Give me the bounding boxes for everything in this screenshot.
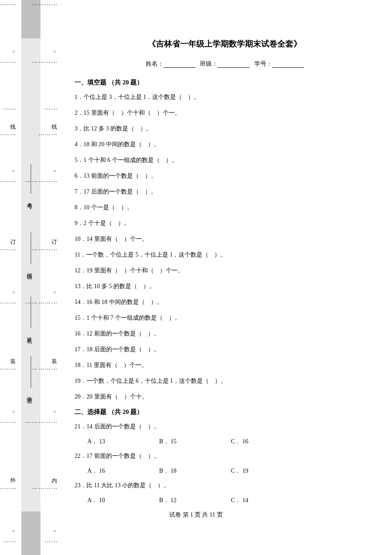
id-label: 学号： [254, 61, 272, 67]
q23-c[interactable]: C． 14 [231, 497, 301, 504]
q9: 9．2 个十是（ ）。 [75, 219, 375, 228]
q10: 10．14 里面有（ ）个一。 [75, 234, 375, 243]
q14: 14．16 和 18 中间的数是（ ）。 [75, 298, 375, 306]
content-area: 《吉林省一年级上学期数学期末试卷全套》 姓名： 班级： 学号： 一、填空题 （共… [75, 38, 375, 510]
label-class: 班级: [26, 269, 33, 279]
q21-a[interactable]: A． 13 [87, 438, 158, 445]
q21-opts: A． 13 B． 15 C． 16 [75, 438, 375, 445]
label-school: 学校: [26, 392, 33, 402]
q21-b[interactable]: B． 15 [159, 438, 230, 445]
q21-c[interactable]: C． 16 [231, 438, 301, 445]
q12: 12．19 里面有（ ）个十和（ ）个一。 [75, 266, 375, 275]
class-input[interactable] [218, 62, 250, 68]
q23-opts: A． 10 B． 12 C． 14 [75, 497, 375, 504]
q20: 20．20 里面有（ ）个十。 [75, 392, 375, 401]
q2: 2．15 里面有（ ）个十和（ ）个一。 [75, 108, 375, 117]
q23-b[interactable]: B． 12 [159, 497, 230, 504]
q4: 4．18 和 20 中间的数是（ ）。 [75, 140, 375, 149]
q22-a[interactable]: A． 16 [87, 467, 158, 475]
q5: 5．1 个十和 6 个一组成的数是（ ）。 [75, 156, 375, 165]
q22-b[interactable]: B． 18 [159, 467, 230, 475]
q7: 7．17 后面的一个数是（ ）。 [75, 187, 375, 196]
side-outer-strip: ⋮⋮⋮⋮ ○ ⋮⋮⋮⋮ ⋮⋮ 线 ⋮⋮⋮ ○ ⋮⋮⋮⋮⋮ 订 ⋮⋮⋮⋮ ○ ⋮⋮… [8, 0, 16, 555]
q22-c[interactable]: C． 19 [231, 467, 301, 475]
q15: 15．1 个十和 7 个一组成的数是（ ）。 [75, 313, 375, 322]
q21: 21．14 后面的一个数是（ ）。 [75, 422, 375, 431]
q22: 22．17 前面的一个数是（ ）。 [75, 451, 375, 460]
q8: 8．10 个一是（ ）。 [75, 203, 375, 212]
label-exam: 考号: [26, 198, 33, 208]
id-input[interactable] [272, 62, 304, 68]
name-input[interactable] [164, 62, 196, 68]
label-name: 姓名: [26, 332, 33, 343]
section-1-heading: 一、填空题 （共 20 题） [75, 78, 375, 87]
q19: 19．一个数，个位上是 6，十位上是 1，这个数是（ ）。 [75, 376, 375, 385]
q3: 3．比 12 多 3 的数是（ ）。 [75, 124, 375, 133]
page-footer: 试卷 第 1 页 共 11 页 [0, 511, 392, 519]
q17: 17．18 后面的一个数是（ ）。 [75, 345, 375, 354]
q18: 18．11 里面有（ ）个一。 [75, 361, 375, 370]
class-label: 班级： [200, 61, 218, 67]
q13: 13．比 10 多 5 的数是（ ）。 [75, 282, 375, 291]
q23: 23．比 11 大比 13 小的数是（ ）。 [75, 481, 375, 490]
q22-opts: A． 16 B． 18 C． 19 [75, 467, 375, 475]
section-2-heading: 二、选择题 （共 20 题） [75, 408, 375, 416]
q16: 16．12 前面的一个数是（ ）。 [75, 329, 375, 338]
underline-school [31, 356, 31, 388]
q1: 1．个位上是 3，十位上是 1，这个数是（ ）。 [75, 92, 375, 101]
meta-line: 姓名： 班级： 学号： [75, 60, 375, 68]
name-label: 姓名： [146, 61, 164, 67]
q6: 6．13 前面的一个数是（ ）。 [75, 171, 375, 180]
exam-title: 《吉林省一年级上学期数学期末试卷全套》 [75, 38, 375, 49]
q11: 11．一个数，个位上是 5，十位上是 1，这个数是（ ）。 [75, 250, 375, 259]
q23-a[interactable]: A． 10 [87, 497, 158, 504]
side-inner-strip: ⋮⋮⋮⋮ ○ ⋮⋮⋮⋮ ⋮⋮ 线 ⋮⋮⋮ ○ ⋮⋮⋮⋮⋮ 订 ⋮⋮⋮⋮ ○ ⋮⋮… [49, 0, 58, 555]
